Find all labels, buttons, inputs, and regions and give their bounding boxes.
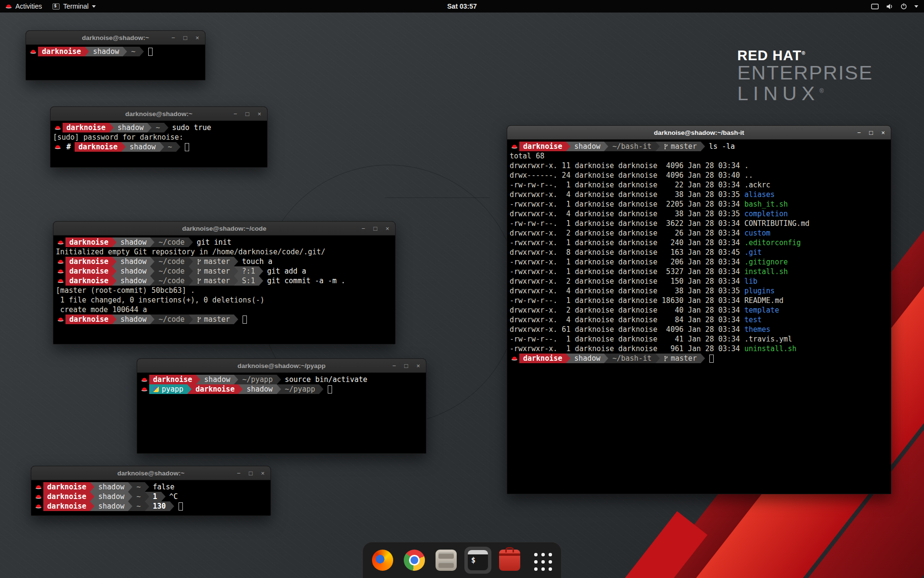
window-titlebar[interactable]: darknoise@shadow:~−□×	[31, 466, 270, 480]
prompt-segment-path: ~/pyapp	[238, 375, 276, 384]
redhat-icon	[140, 375, 149, 384]
segment-arrow-icon	[128, 501, 132, 511]
prompt-segment-path: ~	[127, 47, 139, 56]
segment-arrow-icon	[187, 384, 192, 394]
output-text: completion	[744, 210, 788, 218]
output-text: .	[744, 161, 749, 170]
window-title: darknoise@shadow:~	[117, 470, 185, 477]
prompt-segment-root: #	[63, 142, 75, 152]
close-button[interactable]: ×	[259, 470, 266, 477]
dock-item-firefox[interactable]	[369, 547, 396, 574]
output-text: -rwxrwxr-x. 1 darknoise darknoise 240 Ja…	[510, 238, 744, 247]
maximize-button[interactable]: □	[247, 470, 254, 477]
terminal-content[interactable]: darknoiseshadow~falsedarknoiseshadow~1^C…	[31, 480, 270, 515]
terminal-window[interactable]: darknoise@shadow:~/code−□×darknoiseshado…	[53, 221, 396, 344]
prompt-segment-user: darknoise	[65, 237, 112, 247]
output-line: drwxrwxr-x. 2 darknoise darknoise 26 Jan…	[510, 228, 888, 238]
terminal-window[interactable]: darknoise@shadow:~−□×darknoiseshadow~sud…	[50, 106, 268, 168]
terminal-content[interactable]: darknoiseshadow~	[26, 45, 205, 80]
prompt-line: darknoiseshadow~	[28, 47, 203, 56]
command-text: sudo true	[172, 123, 211, 132]
dock-item-terminal[interactable]	[464, 547, 491, 574]
close-button[interactable]: ×	[256, 110, 263, 118]
output-text: -rw-rw-r--. 1 darknoise darknoise 22 Jan…	[510, 181, 744, 189]
system-status-area[interactable]	[871, 3, 924, 10]
redhat-icon	[34, 482, 43, 492]
maximize-button[interactable]: □	[372, 225, 379, 232]
window-titlebar[interactable]: darknoise@shadow:~/bash-it−□×	[507, 126, 891, 140]
segment-arrow-icon	[145, 482, 149, 492]
terminal-content[interactable]: darknoiseshadow~/pyappsource bin/activat…	[137, 373, 426, 453]
window-titlebar[interactable]: darknoise@shadow:~−□×	[26, 31, 205, 45]
command-text: ls -la	[709, 142, 735, 151]
prompt-segment-path: ~	[132, 482, 144, 492]
prompt-segment-user: darknoise	[149, 375, 196, 384]
prompt-segment-git: master	[193, 276, 234, 286]
prompt-segment-user: darknoise	[43, 482, 90, 492]
command-text: source bin/activate	[285, 375, 368, 384]
terminal-window[interactable]: darknoise@shadow:~/bash-it−□×darknoisesh…	[507, 125, 891, 494]
segment-arrow-icon	[234, 266, 238, 276]
window-title: darknoise@shadow:~/pyapp	[237, 362, 325, 369]
window-title: darknoise@shadow:~/code	[182, 225, 267, 232]
prompt-segment-user: darknoise	[75, 142, 121, 152]
close-button[interactable]: ×	[384, 225, 391, 232]
dock-item-app-grid[interactable]	[528, 547, 555, 574]
terminal-window[interactable]: darknoise@shadow:~/pyapp−□×darknoiseshad…	[137, 358, 426, 454]
close-button[interactable]: ×	[415, 362, 422, 369]
segment-arrow-icon	[176, 142, 180, 152]
terminal-content[interactable]: darknoiseshadow~/bash-itmasterls -latota…	[507, 140, 891, 494]
app-menu-label: Terminal	[63, 2, 89, 10]
firefox-icon	[372, 550, 393, 571]
output-text: uninstall.sh	[744, 344, 796, 353]
output-text: -rw-rw-r--. 1 darknoise darknoise 41 Jan…	[510, 335, 744, 343]
segment-arrow-icon	[259, 266, 263, 276]
terminal-window[interactable]: darknoise@shadow:~−□×darknoiseshadow~	[26, 30, 205, 80]
segment-arrow-icon	[112, 315, 116, 324]
terminal-window[interactable]: darknoise@shadow:~−□×darknoiseshadow~fal…	[31, 466, 271, 516]
minimize-button[interactable]: −	[360, 225, 367, 232]
close-button[interactable]: ×	[880, 129, 886, 136]
prompt-segment-git: master	[193, 315, 234, 324]
terminal-content[interactable]: darknoiseshadow~/codegit initInitialized…	[53, 236, 395, 344]
activities-button[interactable]: Activities	[0, 0, 47, 13]
dock-item-files[interactable]	[433, 547, 460, 574]
prompt-segment-user: darknoise	[43, 492, 90, 501]
redhat-icon	[56, 315, 65, 324]
maximize-button[interactable]: □	[403, 362, 410, 369]
segment-arrow-icon	[161, 492, 166, 501]
segment-arrow-icon	[655, 142, 660, 151]
prompt-segment-host: shadow	[94, 482, 128, 492]
minimize-button[interactable]: −	[170, 34, 177, 41]
output-text: plugins	[744, 287, 775, 295]
segment-arrow-icon	[90, 501, 94, 511]
minimize-button[interactable]: −	[856, 129, 862, 136]
toolbox-icon	[499, 550, 520, 571]
clock[interactable]: Sat 03:57	[447, 2, 476, 10]
close-button[interactable]: ×	[194, 34, 201, 41]
maximize-button[interactable]: □	[244, 110, 251, 118]
terminal-icon	[52, 3, 60, 10]
prompt-segment-host: shadow	[94, 501, 128, 511]
segment-arrow-icon	[164, 123, 168, 132]
segment-arrow-icon	[189, 315, 193, 324]
segment-arrow-icon	[150, 237, 154, 247]
dock-item-toolbox[interactable]	[496, 547, 523, 574]
app-menu-terminal[interactable]: Terminal	[47, 0, 101, 13]
window-controls: −□×	[170, 31, 201, 44]
prompt-segment-git: master	[660, 354, 701, 363]
window-titlebar[interactable]: darknoise@shadow:~/code−□×	[53, 222, 395, 236]
window-titlebar[interactable]: darknoise@shadow:~/pyapp−□×	[137, 359, 426, 373]
minimize-button[interactable]: −	[235, 470, 242, 477]
maximize-button[interactable]: □	[182, 34, 189, 41]
window-controls: −□×	[391, 359, 422, 372]
prompt-segment-host: shadow	[200, 375, 234, 384]
minimize-button[interactable]: −	[391, 362, 398, 369]
window-titlebar[interactable]: darknoise@shadow:~−□×	[51, 107, 267, 121]
output-text: themes	[744, 325, 770, 334]
maximize-button[interactable]: □	[868, 129, 874, 136]
output-text: drwxrwxr-x. 2 darknoise darknoise 26 Jan…	[510, 229, 744, 237]
dock-item-chrome[interactable]	[401, 547, 428, 574]
minimize-button[interactable]: −	[232, 110, 239, 118]
terminal-content[interactable]: darknoiseshadow~sudo true[sudo] password…	[51, 121, 267, 167]
